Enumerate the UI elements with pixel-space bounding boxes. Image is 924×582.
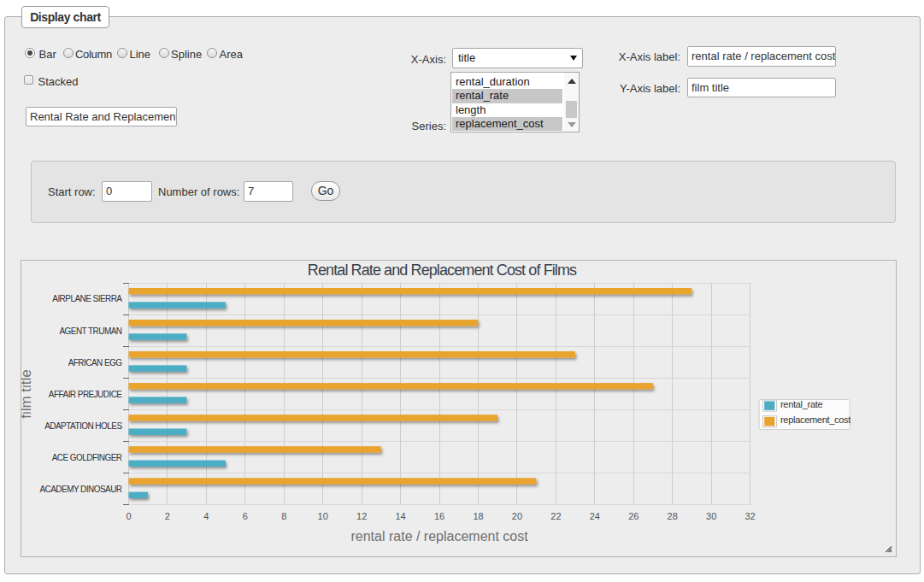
svg-text:ADAPTATION HOLES: ADAPTATION HOLES: [44, 421, 122, 431]
svg-text:10: 10: [318, 511, 328, 521]
svg-text:ACADEMY DINOSAUR: ACADEMY DINOSAUR: [39, 485, 121, 494]
svg-text:28: 28: [668, 511, 678, 521]
svg-text:16: 16: [434, 511, 444, 521]
svg-text:AGENT TRUMAN: AGENT TRUMAN: [59, 326, 121, 336]
svg-text:ACE GOLDFINGER: ACE GOLDFINGER: [52, 453, 122, 462]
svg-text:replacement_cost: replacement_cost: [780, 414, 850, 425]
svg-text:4: 4: [203, 511, 209, 521]
svg-text:AIRPLANE SIERRA: AIRPLANE SIERRA: [52, 294, 122, 303]
svg-text:rental_rate: rental_rate: [780, 399, 822, 409]
svg-text:AFFAIR PREJUDICE: AFFAIR PREJUDICE: [49, 390, 123, 399]
svg-text:AFRICAN EGG: AFRICAN EGG: [68, 358, 123, 367]
svg-text:22: 22: [550, 511, 561, 521]
svg-text:18: 18: [473, 511, 483, 521]
svg-text:film title: film title: [21, 369, 34, 419]
svg-text:0: 0: [126, 511, 131, 521]
svg-text:2: 2: [165, 511, 170, 521]
svg-text:32: 32: [744, 511, 755, 521]
svg-text:6: 6: [243, 511, 248, 521]
svg-text:30: 30: [706, 511, 716, 521]
svg-text:26: 26: [628, 511, 639, 521]
svg-text:12: 12: [356, 511, 367, 521]
svg-text:8: 8: [281, 511, 286, 521]
svg-text:24: 24: [590, 511, 600, 521]
svg-text:rental rate / replacement cost: rental rate / replacement cost: [350, 529, 528, 544]
svg-text:20: 20: [512, 511, 522, 521]
svg-text:Rental Rate and Replacement Co: Rental Rate and Replacement Cost of Film…: [308, 262, 577, 279]
svg-text:14: 14: [395, 511, 405, 521]
